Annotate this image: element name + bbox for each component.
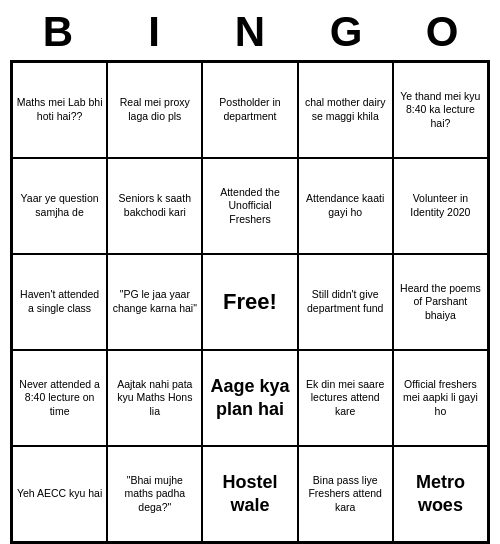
bingo-cell-17: Aage kya plan hai [202,350,297,446]
bingo-cell-3: chal mother dairy se maggi khila [298,62,393,158]
bingo-letter-b: B [14,8,102,56]
bingo-letter-o: O [398,8,486,56]
bingo-cell-13: Still didn't give department fund [298,254,393,350]
bingo-cell-9: Volunteer in Identity 2020 [393,158,488,254]
bingo-cell-18: Ek din mei saare lectures attend kare [298,350,393,446]
bingo-cell-2: Postholder in department [202,62,297,158]
bingo-letter-n: N [206,8,294,56]
bingo-cell-7: Attended the Unofficial Freshers [202,158,297,254]
bingo-cell-5: Yaar ye question samjha de [12,158,107,254]
bingo-cell-11: "PG le jaa yaar change karna hai" [107,254,202,350]
bingo-cell-0: Maths mei Lab bhi hoti hai?? [12,62,107,158]
bingo-cell-24: Metro woes [393,446,488,542]
bingo-cell-16: Aajtak nahi pata kyu Maths Hons lia [107,350,202,446]
bingo-cell-21: "Bhai mujhe maths padha dega?" [107,446,202,542]
bingo-cell-14: Heard the poems of Parshant bhaiya [393,254,488,350]
bingo-cell-20: Yeh AECC kyu hai [12,446,107,542]
bingo-cell-19: Official freshers mei aapki li gayi ho [393,350,488,446]
bingo-cell-23: Bina pass liye Freshers attend kara [298,446,393,542]
bingo-cell-6: Seniors k saath bakchodi kari [107,158,202,254]
bingo-letter-g: G [302,8,390,56]
bingo-cell-4: Ye thand mei kyu 8:40 ka lecture hai? [393,62,488,158]
bingo-cell-15: Never attended a 8:40 lecture on time [12,350,107,446]
bingo-cell-1: Real mei proxy laga dio pls [107,62,202,158]
bingo-cell-22: Hostel wale [202,446,297,542]
bingo-grid: Maths mei Lab bhi hoti hai??Real mei pro… [10,60,490,544]
bingo-cell-10: Haven't attended a single class [12,254,107,350]
bingo-cell-12: Free! [202,254,297,350]
bingo-cell-8: Attendance kaati gayi ho [298,158,393,254]
bingo-header: BINGO [10,8,490,56]
bingo-letter-i: I [110,8,198,56]
